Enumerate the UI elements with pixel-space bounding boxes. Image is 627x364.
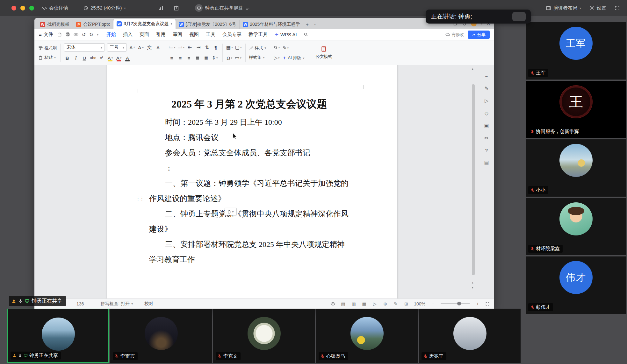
font-size-select[interactable]: 三号▾: [107, 43, 127, 52]
zoom-out-button[interactable]: −: [430, 301, 436, 306]
meeting-details-button[interactable]: 会议详情: [41, 0, 68, 16]
print-icon[interactable]: [65, 32, 70, 37]
superscript-button[interactable]: x²: [98, 54, 105, 62]
share-screen-topbar-button[interactable]: [174, 0, 179, 16]
reaction-bubble[interactable]: [512, 12, 526, 21]
document-page[interactable]: 2025 年 3 月第 2 次党总支会议议题 时间：2025 年 3 月 29 …: [107, 65, 397, 298]
minimize-window-button[interactable]: [20, 6, 25, 10]
menu-tools[interactable]: 工具: [202, 32, 219, 38]
strikethrough-button[interactable]: abc: [90, 54, 96, 62]
shapes-tool-icon[interactable]: ◇: [485, 110, 488, 116]
layout-switch-button[interactable]: 演讲者布局 ▾: [546, 5, 581, 11]
align-left-button[interactable]: ≡: [169, 54, 175, 62]
menu-wps-ai[interactable]: WPS AI: [271, 32, 300, 37]
decrease-indent-button[interactable]: ⇤: [187, 43, 193, 52]
shading-button[interactable]: ▦▾: [226, 43, 233, 52]
menu-teaching[interactable]: 教学工具: [245, 32, 271, 38]
collapse-rail-icon[interactable]: −: [485, 74, 488, 79]
participant-tile[interactable]: 李克文: [213, 309, 315, 363]
scroll-up-arrow[interactable]: ▴: [472, 67, 473, 70]
tab-meeting-agenda-active[interactable]: W 3月2次党总支会议议题 •: [113, 19, 175, 29]
border-button[interactable]: ▢▾: [235, 43, 242, 52]
line-spacing-button[interactable]: ⇕▾: [212, 54, 218, 62]
search-icon[interactable]: [304, 32, 308, 37]
share-options-icon[interactable]: [245, 6, 250, 10]
menu-file[interactable]: ≡ 文件: [39, 32, 53, 38]
find-replace-button[interactable]: ▾: [274, 43, 280, 52]
align-center-button[interactable]: ≡: [177, 54, 184, 62]
font-color-button[interactable]: A▾: [116, 54, 122, 62]
tab-meeting-ppt[interactable]: P 会议PPT.pptx: [73, 20, 113, 29]
italic-button[interactable]: I: [73, 54, 79, 62]
fit-width-icon[interactable]: [485, 302, 490, 306]
outline-view-icon[interactable]: ▥: [351, 301, 357, 306]
character-shading-button[interactable]: A: [124, 54, 131, 62]
tab-docer-template[interactable]: W 找稻壳模板: [37, 20, 73, 29]
more-tools-icon[interactable]: ⋯: [484, 172, 489, 178]
meeting-timer-button[interactable]: 25:52 (40分钟) ▾: [83, 0, 126, 16]
pinyin-guide-button[interactable]: 文: [146, 43, 153, 52]
cut-tool-icon[interactable]: ✂: [485, 135, 489, 141]
participant-tile-self-sharing[interactable]: 钟勇正在共享: [7, 309, 109, 363]
network-status-button[interactable]: [159, 0, 163, 16]
underline-button[interactable]: U: [81, 54, 88, 62]
bookmark-tool-icon[interactable]: ▣: [484, 123, 489, 129]
participant-tile[interactable]: 伟才 彭伟才: [526, 256, 626, 314]
decrease-font-button[interactable]: A−: [138, 43, 144, 52]
participant-tile[interactable]: 心猿意马: [316, 309, 418, 363]
word-count[interactable]: 136: [76, 301, 84, 306]
settings-button[interactable]: 设置: [589, 5, 606, 11]
paragraph-mark-button[interactable]: ¶: [213, 43, 219, 52]
text-box-button[interactable]: ▭▾: [235, 54, 241, 62]
menu-reference[interactable]: 引用: [153, 32, 169, 38]
share-document-button[interactable]: 分享: [468, 31, 490, 39]
paste-options-widget[interactable]: ▾: [225, 208, 237, 215]
menu-member[interactable]: 会员专享: [219, 32, 245, 38]
menu-page[interactable]: 页面: [136, 32, 153, 38]
gov-doc-mode-button[interactable]: 公文模式: [312, 46, 336, 60]
menu-home[interactable]: 开始: [103, 32, 119, 38]
pen-tool-icon[interactable]: ✎: [485, 86, 489, 91]
reading-eye-icon[interactable]: [330, 301, 335, 306]
scrollbar-thumb[interactable]: [472, 84, 475, 275]
font-name-select[interactable]: 宋体▾: [64, 43, 105, 52]
spell-check-toggle[interactable]: 拼写检查: 打开▾: [100, 301, 133, 307]
participant-tile[interactable]: 王 协同服务，创新争辉: [526, 81, 626, 138]
participant-tile[interactable]: 材环院梁鑫: [526, 198, 626, 255]
play-presentation-icon[interactable]: ▷: [372, 301, 378, 306]
outline-tool-icon[interactable]: ▤: [484, 160, 489, 165]
style-set-button[interactable]: 样式集▾: [249, 53, 266, 62]
ai-typeset-button[interactable]: AI 排版▾: [283, 54, 305, 62]
tab-materials-doc[interactable]: W 2025年材料与环境工程学: [240, 20, 303, 29]
participant-tile[interactable]: 王军 王军: [526, 22, 626, 80]
symbol-button[interactable]: Ω▾: [226, 54, 233, 62]
print-preview-icon[interactable]: [74, 32, 78, 37]
menu-insert[interactable]: 插入: [119, 32, 136, 38]
help-icon[interactable]: ?: [485, 148, 488, 153]
increase-font-button[interactable]: A+: [129, 43, 135, 52]
select-tool-button[interactable]: ▷▾: [274, 54, 280, 62]
align-right-button[interactable]: ≡: [186, 54, 192, 62]
clear-format-button[interactable]: A: [155, 43, 161, 52]
numbered-list-button[interactable]: ≕▾: [178, 43, 185, 52]
increase-indent-button[interactable]: ⇥: [195, 43, 202, 52]
undo-icon[interactable]: ↺: [82, 32, 86, 38]
select-cursor-icon[interactable]: ▷: [485, 98, 488, 104]
highlight-color-button[interactable]: A▾: [107, 54, 113, 62]
redo-icon[interactable]: ↻: [89, 32, 93, 38]
participant-tile[interactable]: 小小: [526, 139, 626, 197]
paste-button[interactable]: 粘贴▾: [38, 53, 57, 62]
bold-button[interactable]: B: [64, 54, 70, 62]
format-painter-button[interactable]: 格式刷: [38, 44, 57, 52]
bullet-list-button[interactable]: ≔▾: [169, 43, 176, 52]
proofread-button[interactable]: 校对: [144, 301, 153, 307]
text-direction-button[interactable]: ⇅: [204, 43, 210, 52]
qat-chevron[interactable]: ▾: [97, 33, 98, 36]
zoom-in-button[interactable]: +: [475, 301, 480, 306]
web-view-icon[interactable]: ▦: [361, 301, 367, 306]
edit-mode-icon[interactable]: ✎: [393, 301, 399, 306]
menu-review[interactable]: 审阅: [169, 32, 186, 38]
new-tab-button[interactable]: +: [303, 20, 311, 29]
ink-annotation-button[interactable]: ✎▾: [283, 44, 289, 52]
close-window-button[interactable]: [11, 6, 16, 10]
